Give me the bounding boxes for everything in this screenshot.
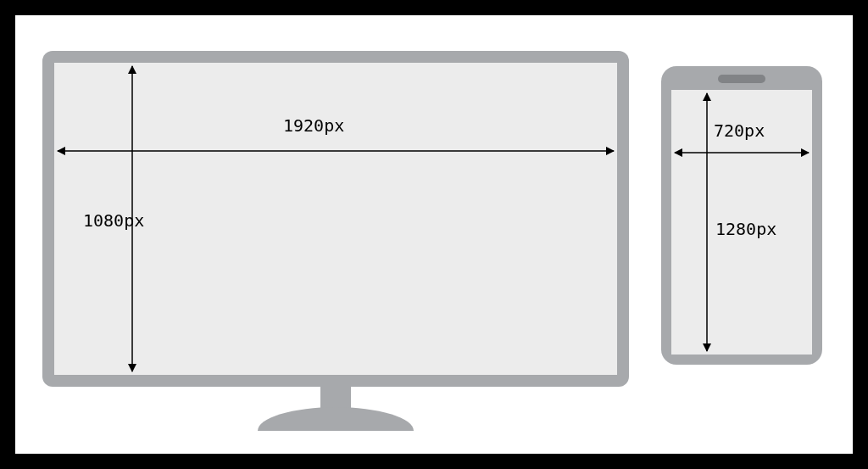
phone-device: [661, 66, 822, 365]
monitor-width-label: 1920px: [283, 115, 344, 136]
phone-width-label: 720px: [714, 120, 765, 141]
phone-height-label: 1280px: [715, 219, 776, 239]
monitor-height-label: 1080px: [83, 210, 144, 231]
diagram-canvas: 1920px 1080px 720px 1280px: [15, 15, 853, 454]
monitor-stand-base: [258, 407, 414, 431]
phone-speaker-icon: [718, 75, 765, 83]
